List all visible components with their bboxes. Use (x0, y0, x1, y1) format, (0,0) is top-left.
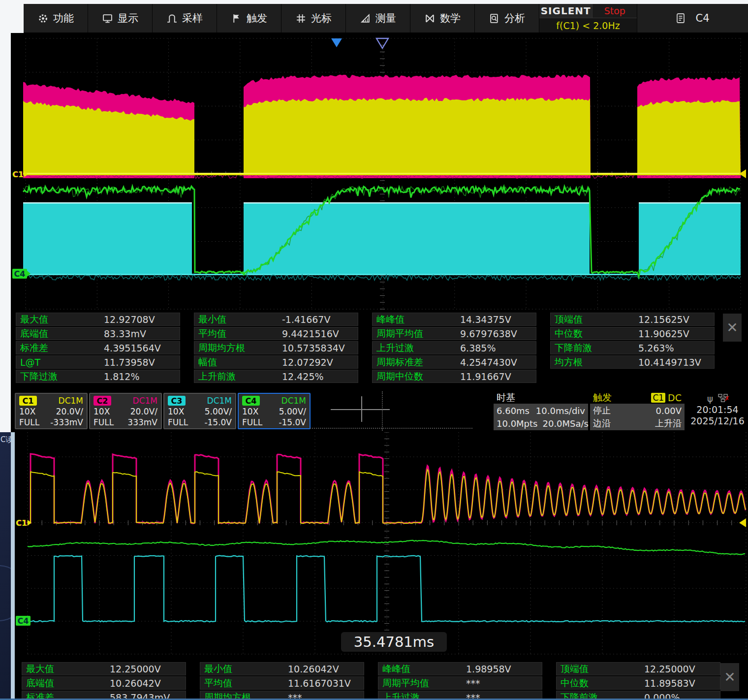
measurement-value: 10.4149713V (638, 357, 701, 368)
menu-item-display[interactable]: 显示 (88, 4, 153, 32)
measurement-cell[interactable]: 幅值12.07292V (194, 355, 358, 369)
close-measurements-button-bottom[interactable]: ✕ (720, 663, 739, 691)
channel-c4-position-marker-bottom[interactable]: C4 (16, 616, 31, 626)
channel-descriptor-c4[interactable]: C4DC1M10X5.00V/FULL-15.0V (238, 393, 311, 429)
measurement-value: 11.91667V (460, 371, 511, 382)
measurement-cell[interactable]: 上升过激6.385% (372, 341, 536, 354)
measurement-value: 10.26042V (110, 678, 161, 689)
measurement-cell[interactable]: 峰峰值1.98958V (378, 662, 542, 675)
measurement-cell[interactable]: 底端值10.26042V (22, 676, 186, 690)
measurement-value: 11.73958V (104, 357, 155, 368)
channel-scale: 5.00V/ (279, 407, 306, 416)
menu-item-cursor[interactable]: 光标 (281, 4, 346, 32)
measurement-cell[interactable]: 平均值9.4421516V (194, 327, 358, 340)
measurement-cell[interactable]: 下降过激1.812% (16, 370, 180, 383)
measurement-value: 83.33mV (104, 328, 146, 339)
channel-offset: -15.0V (279, 417, 306, 427)
menu-item-analysis[interactable]: 分析 (475, 4, 539, 32)
measurement-label: 上升过激 (373, 342, 460, 354)
menu-bar: 功能显示采样触发光标测量数学分析 SIGLENT Stop f(C1) < 2.… (24, 4, 748, 32)
trigger-level-arrow-top[interactable] (739, 169, 746, 178)
measurement-label: 上升前激 (194, 370, 282, 383)
measurement-cell[interactable]: 下降前激5.263% (550, 341, 715, 354)
time-measurement-readout: 35.4781ms (341, 632, 447, 652)
measurement-cell[interactable]: 中位数11.89583V (556, 676, 720, 690)
channel-descriptor-c3[interactable]: C3DC1M10X5.00V/FULL-15.0V (163, 393, 236, 429)
c1-arrow-icon (28, 520, 31, 526)
channel-bandwidth: FULL (168, 417, 188, 427)
channel-c1-position-marker-bottom[interactable]: C1 (16, 518, 31, 528)
measurement-label: 最小值 (194, 313, 282, 326)
measurement-cell[interactable]: 最大值12.92708V (16, 313, 180, 326)
set-square-icon (360, 13, 371, 24)
measurement-cell[interactable]: 顶端值12.25000V (556, 662, 720, 675)
measurement-cell[interactable]: 标准差4.3951564V (16, 341, 180, 354)
measurement-cell[interactable]: 最大值12.25000V (22, 662, 186, 675)
math-icon (424, 13, 436, 24)
menu-item-measure[interactable]: 测量 (346, 4, 410, 32)
menu-item-trigger[interactable]: 触发 (217, 4, 281, 32)
c4-arrow-icon (27, 271, 31, 277)
measurement-cell[interactable]: 周期均方根10.5735834V (194, 341, 358, 354)
waveform-display-bottom[interactable] (15, 432, 748, 656)
channel-c1-position-marker[interactable]: C1 (12, 169, 28, 179)
measurement-value: 9.6797638V (460, 328, 517, 339)
trigger-frequency-readout: f(C1) < 2.0Hz (539, 18, 637, 32)
channel-bandwidth: FULL (242, 417, 262, 427)
measurement-label: 底端值 (16, 327, 104, 340)
measurement-label: 顶端值 (557, 663, 644, 675)
menu-item-acquire[interactable]: 采样 (153, 4, 217, 32)
measurement-cell[interactable]: 周期平均值9.6797638V (372, 327, 536, 340)
close-measurements-button-top[interactable]: ✕ (723, 314, 742, 342)
run-state-badge[interactable]: Stop (592, 4, 637, 18)
measurement-cell[interactable]: 周期平均值*** (378, 676, 542, 690)
measurement-cell[interactable]: 平均值11.6167031V (200, 676, 364, 690)
screenshot-root: 功能显示采样触发光标测量数学分析 SIGLENT Stop f(C1) < 2.… (0, 0, 748, 700)
waveform-display-top[interactable] (11, 37, 748, 310)
analysis-icon (489, 13, 500, 24)
measurement-cell[interactable]: 周期标准差4.2547430V (372, 355, 536, 369)
measurement-cell[interactable]: 均方根10.4149713V (550, 355, 715, 369)
measurement-value: 12.07292V (282, 357, 333, 368)
measurement-label: 幅值 (194, 356, 282, 369)
trigger-panel[interactable]: 触发 C1 DC 停止0.00V 边沿上升沿 (590, 391, 685, 430)
channel-scale: 20.0V/ (130, 407, 157, 416)
menu-item-math[interactable]: 数学 (410, 4, 475, 32)
channel-descriptor-c2[interactable]: C2DC1M10X20.0V/FULL333mV (89, 393, 162, 429)
timebase-scale: 10.0ms/div (536, 406, 585, 416)
measurement-cell[interactable]: 顶端值12.15625V (550, 313, 715, 326)
measurement-cell[interactable]: 峰峰值14.34375V (372, 313, 536, 326)
channel-coupling: DC1M (59, 396, 83, 406)
oscilloscope-screen-top: 功能显示采样触发光标测量数学分析 SIGLENT Stop f(C1) < 2.… (11, 4, 748, 432)
channel-descriptor-c1[interactable]: C1DC1M10X20.0V/FULL-333mV (15, 393, 88, 429)
measurement-label: 最大值 (22, 663, 110, 675)
measurement-label: 中位数 (551, 327, 638, 340)
timebase-panel[interactable]: 时基 6.60ms10.0ms/div 10.0Mpts20.0MSa/s (494, 391, 588, 430)
active-channel-selector[interactable]: C4 (637, 4, 748, 32)
measurement-cell[interactable]: 周期中位数11.91667V (372, 370, 536, 383)
monitor-icon (102, 13, 113, 24)
channel-scale: 5.00V/ (205, 407, 232, 416)
measurement-cell[interactable]: 最小值-1.41667V (194, 313, 358, 326)
measurement-row: 标准差4.3951564V周期均方根10.5735834V上升过激6.385%下… (16, 341, 724, 354)
channel-probe: 10X (19, 407, 35, 416)
oscilloscope-screen-bottom: C1 C4 35.4781ms 最大值12.25000V最小值10.26042V… (15, 432, 748, 700)
trigger-coupling: DC (668, 392, 682, 403)
measurement-value: 12.25000V (644, 664, 695, 674)
channel-badge: C1 (19, 396, 37, 406)
sample-icon (166, 13, 178, 24)
background-window-strip: C读 (0, 432, 15, 700)
measurement-cell[interactable]: 最小值10.26042V (200, 662, 364, 675)
measurement-value: 12.92708V (104, 314, 155, 325)
measurement-cell[interactable]: 中位数11.90625V (550, 327, 715, 340)
crosshair-grid-icon (295, 13, 307, 24)
measurement-cell[interactable]: L@T11.73958V (16, 355, 180, 369)
trigger-level-arrow-bottom[interactable] (739, 518, 746, 527)
menu-item-function[interactable]: 功能 (24, 4, 88, 32)
measurement-value: 10.26042V (288, 664, 339, 674)
clock-date: 2025/12/16 (687, 415, 748, 427)
clipboard-icon (676, 13, 686, 24)
channel-c4-position-marker[interactable]: C4 (12, 269, 31, 279)
measurement-cell[interactable]: 上升前激12.425% (194, 370, 358, 383)
measurement-cell[interactable]: 底端值83.33mV (16, 327, 180, 340)
